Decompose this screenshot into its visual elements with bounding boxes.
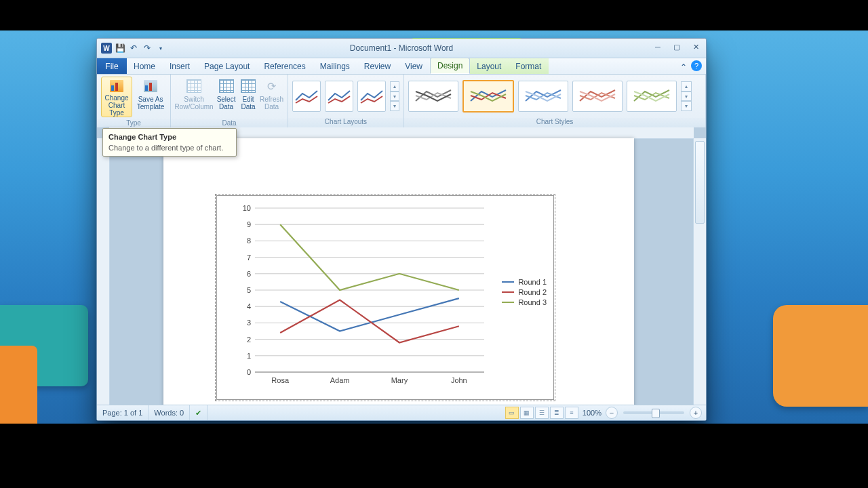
qat-customize-icon[interactable]: ▾ (155, 43, 166, 54)
svg-text:Mary: Mary (391, 376, 408, 384)
tab-home[interactable]: Home (127, 58, 163, 74)
status-words[interactable]: Words: 0 (149, 405, 190, 420)
svg-text:6: 6 (247, 270, 251, 278)
word-window: Chart Tools W 💾 ↶ ↷ ▾ Document1 - Micros… (96, 38, 707, 421)
vertical-scrollbar[interactable] (693, 138, 706, 405)
edit-data-icon (241, 79, 256, 93)
tab-insert[interactable]: Insert (163, 58, 197, 74)
edit-data-button[interactable]: Edit Data (239, 77, 257, 117)
svg-text:4: 4 (247, 302, 251, 310)
zoom-percent[interactable]: 100% (583, 409, 601, 417)
chart-layout-option[interactable] (357, 81, 386, 112)
svg-text:9: 9 (247, 220, 251, 228)
svg-text:7: 7 (247, 253, 251, 262)
tab-view[interactable]: View (398, 58, 430, 74)
switch-row-column-button[interactable]: Switch Row/Column (175, 77, 213, 117)
switch-icon (186, 79, 201, 93)
save-as-template-label: Save As Template (135, 96, 166, 110)
svg-text:Adam: Adam (330, 376, 350, 384)
tab-format[interactable]: Format (509, 58, 549, 74)
chart-layout-option[interactable] (325, 81, 353, 112)
tooltip-title: Change Chart Type (108, 133, 231, 141)
select-data-button[interactable]: Select Data (216, 77, 237, 117)
gallery-scroll[interactable]: ▴▾▾ (681, 81, 692, 111)
refresh-icon: ⟳ (263, 78, 279, 94)
wallpaper-shape (773, 305, 868, 407)
status-proof-icon[interactable]: ✔ (190, 405, 208, 420)
svg-text:1: 1 (247, 352, 251, 360)
close-button[interactable]: ✕ (690, 41, 702, 52)
tab-review[interactable]: Review (357, 58, 398, 74)
help-icon[interactable]: ? (691, 60, 702, 71)
zoom-slider[interactable] (623, 411, 684, 414)
gallery-scroll[interactable]: ▴▾▾ (390, 81, 399, 111)
scrollbar-thumb[interactable] (695, 141, 705, 224)
chart-layout-option[interactable] (292, 81, 321, 112)
minimize-ribbon-icon[interactable]: ⌃ (680, 62, 687, 72)
change-chart-type-button[interactable]: Change Chart Type (101, 77, 132, 117)
tab-file[interactable]: File (97, 58, 127, 74)
chart-style-option[interactable] (627, 81, 677, 112)
status-page[interactable]: Page: 1 of 1 (97, 405, 149, 420)
svg-text:5: 5 (247, 286, 251, 294)
tab-mailings[interactable]: Mailings (313, 58, 357, 74)
embedded-chart[interactable]: 012345678910RosaAdamMaryJohn Round 1Roun… (216, 195, 554, 400)
chart-type-icon (110, 80, 123, 92)
ribbon: Change Chart Type Save As Template Type … (97, 75, 706, 129)
tooltip-body: Change to a different type of chart. (108, 144, 231, 152)
view-full-screen-button[interactable]: ▦ (520, 407, 534, 419)
undo-icon[interactable]: ↶ (128, 43, 139, 54)
zoom-out-button[interactable]: − (606, 407, 618, 419)
vertical-ruler[interactable] (97, 138, 110, 405)
quick-access-toolbar: W 💾 ↶ ↷ ▾ (97, 43, 166, 54)
redo-icon[interactable]: ↷ (142, 43, 153, 54)
svg-text:10: 10 (243, 204, 251, 212)
save-icon[interactable]: 💾 (115, 43, 125, 54)
tab-page-layout[interactable]: Page Layout (197, 58, 257, 74)
tab-design[interactable]: Design (430, 58, 470, 74)
edit-data-label: Edit Data (239, 96, 257, 110)
svg-text:John: John (451, 376, 467, 384)
ribbon-tabs: File Home Insert Page Layout References … (97, 58, 706, 75)
tab-layout[interactable]: Layout (470, 58, 509, 74)
letterbox (0, 424, 868, 488)
window-title: Document1 - Microsoft Word (97, 43, 706, 53)
view-print-layout-button[interactable]: ▭ (505, 407, 519, 419)
chart-style-option[interactable] (572, 81, 623, 112)
switch-row-col-label: Switch Row/Column (174, 96, 213, 110)
svg-text:2: 2 (247, 336, 251, 344)
view-web-layout-button[interactable]: ☰ (535, 407, 549, 419)
chart-style-option[interactable] (462, 80, 514, 113)
view-draft-button[interactable]: ≡ (565, 407, 578, 419)
maximize-button[interactable]: ▢ (671, 41, 683, 52)
view-outline-button[interactable]: ≣ (550, 407, 564, 419)
legend-entry[interactable]: Round 1 (502, 278, 547, 286)
svg-text:Rosa: Rosa (271, 376, 290, 384)
status-bar: Page: 1 of 1 Words: 0 ✔ ▭ ▦ ☰ ≣ ≡ 100% −… (97, 405, 706, 420)
chart-style-option[interactable] (408, 81, 458, 112)
tab-references[interactable]: References (257, 58, 313, 74)
document-page[interactable]: 012345678910RosaAdamMaryJohn Round 1Roun… (163, 138, 634, 405)
template-icon (144, 80, 157, 92)
refresh-data-label: Refresh Data (260, 96, 283, 110)
document-area: 012345678910RosaAdamMaryJohn Round 1Roun… (97, 127, 706, 405)
zoom-in-button[interactable]: + (690, 407, 702, 419)
titlebar: W 💾 ↶ ↷ ▾ Document1 - Microsoft Word ─ ▢… (97, 39, 706, 58)
refresh-data-button[interactable]: ⟳ Refresh Data (260, 77, 283, 117)
change-chart-type-label: Change Chart Type (102, 94, 132, 117)
legend-entry[interactable]: Round 2 (502, 288, 547, 296)
save-as-template-button[interactable]: Save As Template (135, 77, 166, 117)
svg-text:8: 8 (247, 237, 251, 245)
minimize-button[interactable]: ─ (652, 41, 664, 52)
word-icon: W (101, 43, 112, 54)
select-data-label: Select Data (216, 96, 237, 110)
chart-styles-gallery: ▴▾▾ (404, 75, 705, 118)
chart-legend[interactable]: Round 1Round 2Round 3 (502, 276, 547, 308)
letterbox (0, 0, 868, 30)
chart-layouts-gallery: ▴▾▾ (288, 75, 403, 118)
chart-plot: 012345678910RosaAdamMaryJohn (236, 204, 488, 384)
legend-entry[interactable]: Round 3 (502, 298, 547, 306)
svg-text:0: 0 (247, 368, 251, 376)
chart-style-option[interactable] (518, 81, 568, 112)
select-data-icon (219, 79, 234, 93)
